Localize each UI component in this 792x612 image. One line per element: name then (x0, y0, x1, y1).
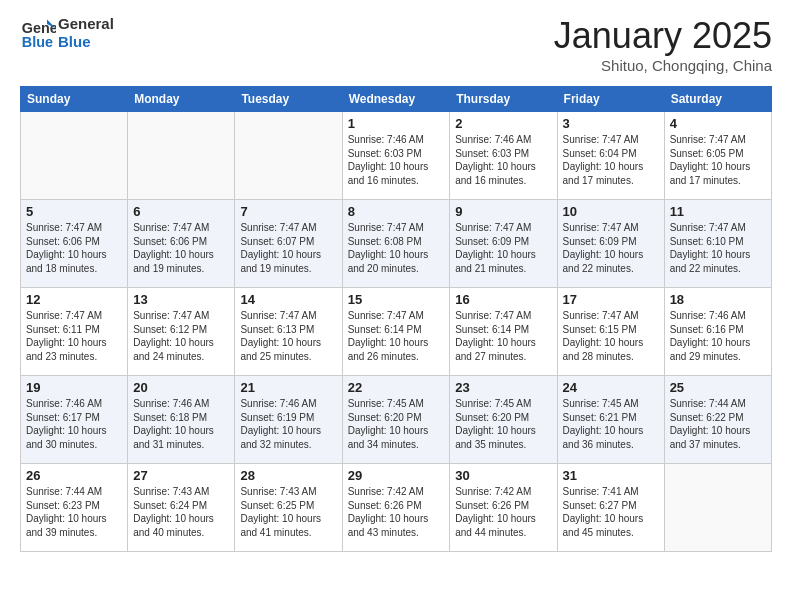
day-number: 2 (455, 116, 551, 131)
col-thursday: Thursday (450, 87, 557, 112)
logo: General Blue General Blue (20, 15, 114, 51)
calendar-cell: 1Sunrise: 7:46 AM Sunset: 6:03 PM Daylig… (342, 112, 450, 200)
col-sunday: Sunday (21, 87, 128, 112)
day-number: 18 (670, 292, 766, 307)
week-row-4: 19Sunrise: 7:46 AM Sunset: 6:17 PM Dayli… (21, 376, 772, 464)
day-number: 12 (26, 292, 122, 307)
calendar-cell: 12Sunrise: 7:47 AM Sunset: 6:11 PM Dayli… (21, 288, 128, 376)
day-number: 27 (133, 468, 229, 483)
calendar-cell: 28Sunrise: 7:43 AM Sunset: 6:25 PM Dayli… (235, 464, 342, 552)
day-info: Sunrise: 7:46 AM Sunset: 6:03 PM Dayligh… (455, 133, 551, 187)
header: General Blue General Blue January 2025 S… (20, 15, 772, 74)
calendar-cell (21, 112, 128, 200)
col-tuesday: Tuesday (235, 87, 342, 112)
calendar-title: January 2025 (554, 15, 772, 57)
calendar-cell: 25Sunrise: 7:44 AM Sunset: 6:22 PM Dayli… (664, 376, 771, 464)
week-row-2: 5Sunrise: 7:47 AM Sunset: 6:06 PM Daylig… (21, 200, 772, 288)
day-info: Sunrise: 7:47 AM Sunset: 6:06 PM Dayligh… (26, 221, 122, 275)
logo-blue: Blue (58, 33, 114, 51)
day-info: Sunrise: 7:44 AM Sunset: 6:23 PM Dayligh… (26, 485, 122, 539)
col-saturday: Saturday (664, 87, 771, 112)
day-info: Sunrise: 7:46 AM Sunset: 6:17 PM Dayligh… (26, 397, 122, 451)
col-monday: Monday (128, 87, 235, 112)
day-number: 30 (455, 468, 551, 483)
day-number: 28 (240, 468, 336, 483)
day-number: 25 (670, 380, 766, 395)
day-info: Sunrise: 7:46 AM Sunset: 6:19 PM Dayligh… (240, 397, 336, 451)
day-number: 31 (563, 468, 659, 483)
day-number: 20 (133, 380, 229, 395)
svg-text:Blue: Blue (22, 34, 53, 50)
day-number: 4 (670, 116, 766, 131)
day-info: Sunrise: 7:42 AM Sunset: 6:26 PM Dayligh… (348, 485, 445, 539)
day-number: 22 (348, 380, 445, 395)
calendar-body: 1Sunrise: 7:46 AM Sunset: 6:03 PM Daylig… (21, 112, 772, 552)
day-number: 6 (133, 204, 229, 219)
day-info: Sunrise: 7:47 AM Sunset: 6:09 PM Dayligh… (455, 221, 551, 275)
calendar-cell: 29Sunrise: 7:42 AM Sunset: 6:26 PM Dayli… (342, 464, 450, 552)
day-number: 17 (563, 292, 659, 307)
calendar-cell: 2Sunrise: 7:46 AM Sunset: 6:03 PM Daylig… (450, 112, 557, 200)
calendar-cell: 15Sunrise: 7:47 AM Sunset: 6:14 PM Dayli… (342, 288, 450, 376)
calendar-cell: 6Sunrise: 7:47 AM Sunset: 6:06 PM Daylig… (128, 200, 235, 288)
day-info: Sunrise: 7:43 AM Sunset: 6:25 PM Dayligh… (240, 485, 336, 539)
day-number: 1 (348, 116, 445, 131)
day-info: Sunrise: 7:47 AM Sunset: 6:05 PM Dayligh… (670, 133, 766, 187)
calendar-header: Sunday Monday Tuesday Wednesday Thursday… (21, 87, 772, 112)
calendar-subtitle: Shituo, Chongqing, China (554, 57, 772, 74)
day-info: Sunrise: 7:46 AM Sunset: 6:16 PM Dayligh… (670, 309, 766, 363)
week-row-3: 12Sunrise: 7:47 AM Sunset: 6:11 PM Dayli… (21, 288, 772, 376)
calendar-cell (664, 464, 771, 552)
day-info: Sunrise: 7:47 AM Sunset: 6:04 PM Dayligh… (563, 133, 659, 187)
day-info: Sunrise: 7:47 AM Sunset: 6:15 PM Dayligh… (563, 309, 659, 363)
day-number: 3 (563, 116, 659, 131)
day-number: 9 (455, 204, 551, 219)
calendar-cell: 3Sunrise: 7:47 AM Sunset: 6:04 PM Daylig… (557, 112, 664, 200)
calendar-cell: 17Sunrise: 7:47 AM Sunset: 6:15 PM Dayli… (557, 288, 664, 376)
calendar-cell: 9Sunrise: 7:47 AM Sunset: 6:09 PM Daylig… (450, 200, 557, 288)
calendar-cell (128, 112, 235, 200)
day-info: Sunrise: 7:41 AM Sunset: 6:27 PM Dayligh… (563, 485, 659, 539)
calendar-cell: 4Sunrise: 7:47 AM Sunset: 6:05 PM Daylig… (664, 112, 771, 200)
day-info: Sunrise: 7:44 AM Sunset: 6:22 PM Dayligh… (670, 397, 766, 451)
calendar-cell: 22Sunrise: 7:45 AM Sunset: 6:20 PM Dayli… (342, 376, 450, 464)
day-info: Sunrise: 7:46 AM Sunset: 6:03 PM Dayligh… (348, 133, 445, 187)
day-info: Sunrise: 7:47 AM Sunset: 6:07 PM Dayligh… (240, 221, 336, 275)
calendar-cell: 14Sunrise: 7:47 AM Sunset: 6:13 PM Dayli… (235, 288, 342, 376)
day-info: Sunrise: 7:42 AM Sunset: 6:26 PM Dayligh… (455, 485, 551, 539)
day-info: Sunrise: 7:43 AM Sunset: 6:24 PM Dayligh… (133, 485, 229, 539)
day-info: Sunrise: 7:47 AM Sunset: 6:08 PM Dayligh… (348, 221, 445, 275)
day-number: 13 (133, 292, 229, 307)
day-info: Sunrise: 7:47 AM Sunset: 6:14 PM Dayligh… (455, 309, 551, 363)
week-row-5: 26Sunrise: 7:44 AM Sunset: 6:23 PM Dayli… (21, 464, 772, 552)
day-info: Sunrise: 7:47 AM Sunset: 6:10 PM Dayligh… (670, 221, 766, 275)
header-row: Sunday Monday Tuesday Wednesday Thursday… (21, 87, 772, 112)
day-number: 15 (348, 292, 445, 307)
day-info: Sunrise: 7:47 AM Sunset: 6:14 PM Dayligh… (348, 309, 445, 363)
col-friday: Friday (557, 87, 664, 112)
calendar-cell: 21Sunrise: 7:46 AM Sunset: 6:19 PM Dayli… (235, 376, 342, 464)
day-info: Sunrise: 7:47 AM Sunset: 6:13 PM Dayligh… (240, 309, 336, 363)
day-info: Sunrise: 7:45 AM Sunset: 6:20 PM Dayligh… (455, 397, 551, 451)
calendar-cell: 16Sunrise: 7:47 AM Sunset: 6:14 PM Dayli… (450, 288, 557, 376)
calendar-cell: 19Sunrise: 7:46 AM Sunset: 6:17 PM Dayli… (21, 376, 128, 464)
calendar-cell: 11Sunrise: 7:47 AM Sunset: 6:10 PM Dayli… (664, 200, 771, 288)
day-info: Sunrise: 7:46 AM Sunset: 6:18 PM Dayligh… (133, 397, 229, 451)
day-number: 26 (26, 468, 122, 483)
day-number: 23 (455, 380, 551, 395)
day-info: Sunrise: 7:45 AM Sunset: 6:20 PM Dayligh… (348, 397, 445, 451)
calendar-cell: 20Sunrise: 7:46 AM Sunset: 6:18 PM Dayli… (128, 376, 235, 464)
week-row-1: 1Sunrise: 7:46 AM Sunset: 6:03 PM Daylig… (21, 112, 772, 200)
day-info: Sunrise: 7:47 AM Sunset: 6:06 PM Dayligh… (133, 221, 229, 275)
calendar-cell: 8Sunrise: 7:47 AM Sunset: 6:08 PM Daylig… (342, 200, 450, 288)
day-number: 14 (240, 292, 336, 307)
calendar-cell: 7Sunrise: 7:47 AM Sunset: 6:07 PM Daylig… (235, 200, 342, 288)
title-block: January 2025 Shituo, Chongqing, China (554, 15, 772, 74)
logo-general: General (58, 15, 114, 33)
calendar-cell: 5Sunrise: 7:47 AM Sunset: 6:06 PM Daylig… (21, 200, 128, 288)
calendar-cell: 13Sunrise: 7:47 AM Sunset: 6:12 PM Dayli… (128, 288, 235, 376)
calendar-cell: 26Sunrise: 7:44 AM Sunset: 6:23 PM Dayli… (21, 464, 128, 552)
calendar-cell: 24Sunrise: 7:45 AM Sunset: 6:21 PM Dayli… (557, 376, 664, 464)
calendar-cell: 31Sunrise: 7:41 AM Sunset: 6:27 PM Dayli… (557, 464, 664, 552)
day-number: 7 (240, 204, 336, 219)
